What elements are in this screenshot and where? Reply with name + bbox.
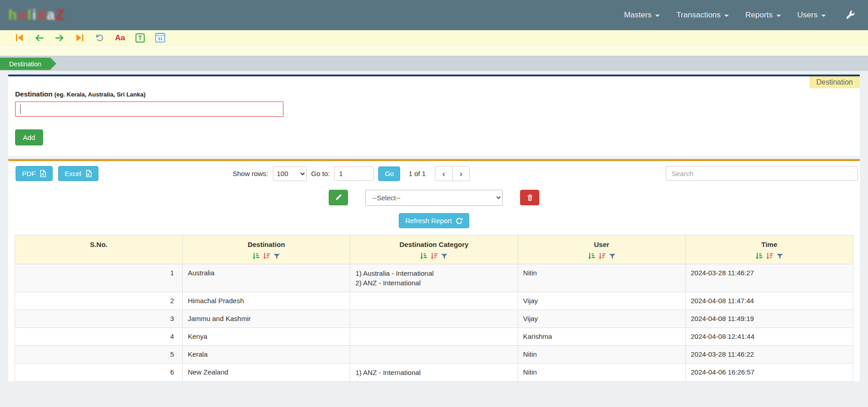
cell-destination: Jammu and Kashmir (183, 310, 350, 328)
edit-button[interactable] (329, 190, 348, 205)
nav-menu: Masters Transactions Reports Users (624, 10, 855, 20)
table-row[interactable]: 4 Kenya Karishma 2024-04-08 12:41:44 (15, 328, 853, 346)
cell-destination: Australia (183, 264, 350, 292)
breadcrumb-bar: Destination (0, 56, 868, 71)
back-arrow-icon[interactable] (34, 32, 45, 43)
breadcrumb-tab-destination[interactable]: Destination (0, 58, 50, 70)
cell-user: Karishma (518, 328, 685, 346)
row-actions: --Select-- (8, 188, 860, 207)
cell-destination-category (350, 346, 518, 364)
table-row[interactable]: 5 Kerala Nitin 2024-03-28 11:46:22 (15, 346, 853, 364)
excel-export-button[interactable]: Excel (58, 166, 98, 181)
cell-sno: 5 (15, 346, 183, 364)
record-select[interactable]: --Select-- (365, 190, 503, 206)
cell-sno: 6 (15, 364, 183, 382)
column-title: Destination (184, 240, 348, 249)
cell-destination: Kerala (183, 346, 350, 364)
column-header-destination[interactable]: Destination (183, 236, 350, 264)
nav-menu-item-users[interactable]: Users (797, 11, 826, 20)
table-row[interactable]: 3 Jammu and Kashmir Vijay 2024-04-08 11:… (15, 310, 853, 328)
nav-menu-item-reports[interactable]: Reports (745, 11, 781, 20)
goto-page-input[interactable] (334, 166, 374, 181)
sort-ascending-icon[interactable] (420, 252, 427, 260)
chevron-down-icon (724, 15, 729, 17)
cell-time: 2024-04-08 12:41:44 (685, 328, 853, 346)
filter-icon[interactable] (776, 253, 783, 260)
panel-corner-tag: Destination (809, 76, 860, 88)
sort-descending-icon[interactable] (766, 252, 773, 260)
filter-icon[interactable] (273, 253, 280, 260)
quick-toolbar-spacer (0, 46, 868, 56)
forward-arrow-icon[interactable] (54, 32, 65, 43)
excel-file-icon (85, 170, 92, 177)
cell-time: 2024-04-08 11:47:44 (685, 292, 853, 310)
search-input[interactable] (666, 166, 858, 181)
destination-field-hint: (eg. Kerala, Australia, Sri Lanka) (54, 91, 146, 98)
sort-ascending-icon[interactable] (588, 252, 595, 260)
sort-ascending-icon[interactable] (755, 252, 763, 260)
table-row[interactable]: 6 New Zealand 1) ANZ - International Nit… (15, 364, 853, 382)
table-row[interactable]: 2 Himachal Pradesh Vijay 2024-04-08 11:4… (15, 292, 853, 310)
table-header-row: S.No. Destination Destination Category U… (15, 236, 853, 264)
table-row[interactable]: 1 Australia 1) Australia - International… (15, 264, 853, 292)
cell-time: 2024-03-28 11:46:27 (685, 264, 853, 292)
pagination-controls: Show rows: 100 Go to: Go 1 of 1 ‹ › (233, 166, 470, 181)
nav-menu-item-masters[interactable]: Masters (624, 11, 660, 20)
cell-destination-category (350, 310, 518, 328)
sort-ascending-icon[interactable] (252, 252, 260, 260)
cell-sno: 1 (15, 264, 183, 292)
cell-sno: 2 (15, 292, 183, 310)
undo-refresh-icon[interactable] (94, 32, 105, 43)
pdf-export-button[interactable]: PDF (16, 166, 53, 181)
cell-sno: 4 (15, 328, 183, 346)
calendar-icon[interactable]: 31 (155, 32, 166, 43)
text-cursor (20, 104, 21, 114)
delete-button[interactable] (520, 190, 539, 205)
trash-icon (526, 194, 533, 201)
column-title: S.No. (17, 240, 180, 249)
report-panel: PDF Excel Show rows: 100 Go to: Go 1 of … (8, 161, 860, 381)
app-logo[interactable]: holidaZ (8, 7, 65, 23)
column-title: User (520, 240, 684, 249)
column-header-time[interactable]: Time (685, 236, 853, 264)
show-rows-select[interactable]: 100 (273, 166, 307, 181)
goto-label: Go to: (311, 170, 330, 177)
cell-destination-category: 1) ANZ - International (350, 364, 518, 382)
show-rows-label: Show rows: (233, 170, 268, 177)
last-page-icon[interactable] (74, 32, 85, 43)
previous-page-button[interactable]: ‹ (435, 166, 452, 181)
sort-descending-icon[interactable] (598, 252, 606, 260)
first-page-icon[interactable] (14, 32, 25, 43)
add-button[interactable]: Add (15, 129, 43, 145)
table-body: 1 Australia 1) Australia - International… (15, 264, 853, 382)
chevron-down-icon (655, 15, 660, 17)
chevron-down-icon (776, 15, 781, 17)
column-title: Destination Category (352, 240, 515, 249)
cell-user: Nitin (518, 264, 685, 292)
destination-input[interactable] (15, 102, 283, 117)
cell-time: 2024-04-06 16:26:57 (685, 364, 853, 382)
cell-time: 2024-04-08 11:49:19 (685, 310, 853, 328)
wrench-icon[interactable] (845, 10, 855, 20)
next-page-button[interactable]: › (452, 166, 469, 181)
cell-destination: Kenya (183, 328, 350, 346)
column-title: Time (688, 240, 851, 249)
chevron-down-icon (821, 15, 826, 17)
cell-user: Nitin (518, 346, 685, 364)
filter-icon[interactable] (609, 253, 616, 260)
report-toolbar: PDF Excel Show rows: 100 Go to: Go 1 of … (8, 166, 860, 182)
refresh-report-button[interactable]: Refresh Report (399, 213, 469, 228)
go-button[interactable]: Go (378, 166, 400, 181)
text-format-icon[interactable]: T (135, 32, 146, 43)
sort-descending-icon[interactable] (430, 252, 438, 260)
sort-descending-icon[interactable] (263, 252, 270, 260)
column-header-s-no-[interactable]: S.No. (15, 236, 183, 264)
refresh-icon (456, 217, 463, 225)
top-navbar: holidaZ Masters Transactions Reports Use… (0, 0, 868, 30)
nav-menu-item-transactions[interactable]: Transactions (676, 11, 729, 20)
filter-icon[interactable] (441, 253, 448, 260)
column-header-user[interactable]: User (518, 236, 685, 264)
cell-user: Vijay (518, 310, 685, 328)
font-size-icon[interactable]: Aa (114, 32, 125, 43)
column-header-destination-category[interactable]: Destination Category (350, 236, 518, 264)
